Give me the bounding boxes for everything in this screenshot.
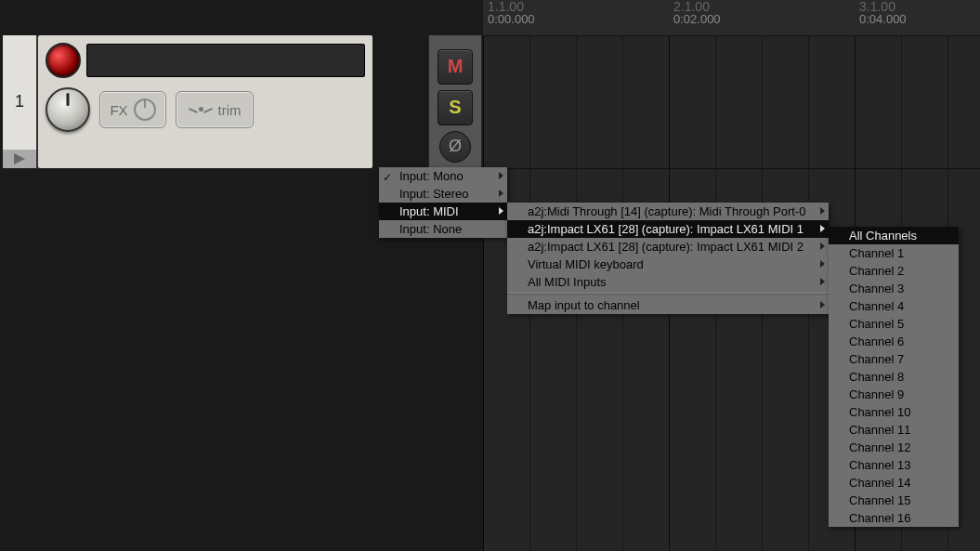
midi-port-item[interactable]: Map input to channel xyxy=(507,296,829,314)
menu-item-label: Input: MIDI xyxy=(399,203,459,220)
track-body: FX trim xyxy=(38,35,372,168)
menu-item-label: Input: None xyxy=(399,221,462,238)
submenu-arrow-icon xyxy=(499,190,503,197)
menu-item-label: All Channels xyxy=(849,228,917,244)
submenu-arrow-icon xyxy=(820,225,825,232)
midi-channel-item[interactable]: Channel 13 xyxy=(829,456,959,474)
trim-label: trim xyxy=(218,102,242,118)
midi-channel-item[interactable]: Channel 2 xyxy=(829,262,959,280)
menu-item-label: Channel 13 xyxy=(849,457,911,474)
track-flag[interactable] xyxy=(3,150,36,168)
input-type-item[interactable]: Input: Stereo xyxy=(379,185,507,203)
ruler-mark: 3.1.000:04.000 xyxy=(859,0,907,35)
midi-channel-item[interactable]: Channel 6 xyxy=(829,333,959,350)
menu-item-label: Channel 10 xyxy=(849,404,911,421)
check-icon: ✓ xyxy=(383,169,392,186)
midi-port-item[interactable]: a2j:Midi Through [14] (capture): Midi Th… xyxy=(507,203,829,220)
menu-item-label: Channel 14 xyxy=(849,475,911,492)
midi-port-item[interactable]: a2j:Impact LX61 [28] (capture): Impact L… xyxy=(507,238,829,256)
menu-item-label: All MIDI Inputs xyxy=(528,274,607,291)
midi-channel-item[interactable]: Channel 7 xyxy=(829,350,959,368)
menu-item-label: Channel 7 xyxy=(849,351,904,368)
menu-item-label: Channel 16 xyxy=(849,510,911,527)
volume-knob[interactable] xyxy=(46,87,90,132)
menu-item-label: Map input to channel xyxy=(528,297,640,314)
solo-button[interactable]: S xyxy=(438,90,473,125)
fx-label: FX xyxy=(110,102,127,118)
menu-item-label: Channel 8 xyxy=(849,369,904,386)
midi-port-item[interactable]: Virtual MIDI keyboard xyxy=(507,256,829,273)
phase-button[interactable]: Ø xyxy=(439,131,471,163)
ruler-mark: 2.1.000:02.000 xyxy=(673,0,721,35)
submenu-arrow-icon xyxy=(499,172,503,179)
mute-label: M xyxy=(448,56,464,77)
midi-channel-item[interactable]: Channel 12 xyxy=(829,439,959,456)
record-arm-button[interactable] xyxy=(46,43,81,78)
midi-channel-item[interactable]: Channel 9 xyxy=(829,386,959,403)
midi-channel-item[interactable]: Channel 14 xyxy=(829,474,959,492)
menu-item-label: Channel 15 xyxy=(849,492,911,509)
menu-separator xyxy=(507,293,829,295)
trim-button[interactable]: trim xyxy=(176,91,254,128)
mute-solo-column: M S Ø xyxy=(428,35,482,172)
menu-item-label: Channel 9 xyxy=(849,387,904,403)
midi-channel-item[interactable]: Channel 4 xyxy=(829,297,959,315)
menu-item-label: Channel 4 xyxy=(849,298,904,315)
submenu-arrow-icon xyxy=(820,207,825,215)
menu-item-label: a2j:Impact LX61 [28] (capture): Impact L… xyxy=(528,239,804,256)
flag-icon xyxy=(14,153,25,164)
menu-item-label: Channel 12 xyxy=(849,439,911,456)
submenu-arrow-icon xyxy=(820,243,825,250)
midi-port-item[interactable]: a2j:Impact LX61 [28] (capture): Impact L… xyxy=(507,220,829,238)
midi-channel-item[interactable]: Channel 3 xyxy=(829,280,959,297)
menu-item-label: Input: Mono xyxy=(399,168,464,185)
midi-channel-item[interactable]: Channel 1 xyxy=(829,244,959,262)
mute-button[interactable]: M xyxy=(438,49,473,85)
power-icon xyxy=(134,98,156,121)
fx-button[interactable]: FX xyxy=(99,91,166,128)
phase-label: Ø xyxy=(449,137,462,156)
midi-port-menu[interactable]: a2j:Midi Through [14] (capture): Midi Th… xyxy=(507,203,829,314)
submenu-arrow-icon xyxy=(820,260,825,268)
midi-channel-item[interactable]: Channel 10 xyxy=(829,403,959,421)
midi-channel-item[interactable]: Channel 8 xyxy=(829,368,959,386)
menu-item-label: a2j:Midi Through [14] (capture): Midi Th… xyxy=(528,203,805,220)
midi-channel-item[interactable]: Channel 5 xyxy=(829,315,959,333)
midi-channel-item[interactable]: Channel 16 xyxy=(829,509,959,527)
input-type-item[interactable]: ✓Input: Mono xyxy=(379,167,507,185)
menu-item-label: Channel 5 xyxy=(849,316,904,333)
submenu-arrow-icon xyxy=(820,301,825,308)
menu-item-label: Channel 1 xyxy=(849,245,904,262)
ruler-mark: 1.1.000:00.000 xyxy=(488,0,535,35)
timeline-ruler[interactable]: 1.1.000:00.0002.1.000:02.0003.1.000:04.0… xyxy=(483,0,980,36)
menu-item-label: Virtual MIDI keyboard xyxy=(528,256,644,273)
menu-item-label: Channel 11 xyxy=(849,422,911,439)
submenu-arrow-icon xyxy=(820,278,825,285)
track-name-field[interactable] xyxy=(86,44,365,77)
track-number-label: 1 xyxy=(15,92,24,112)
track-header: 1 FX trim M S Ø xyxy=(3,35,481,168)
submenu-arrow-icon xyxy=(499,207,503,215)
trim-icon xyxy=(189,104,213,115)
input-type-item[interactable]: Input: MIDI xyxy=(379,203,507,220)
midi-port-item[interactable]: All MIDI Inputs xyxy=(507,273,829,291)
input-type-menu[interactable]: ✓Input: MonoInput: StereoInput: MIDIInpu… xyxy=(379,167,507,238)
midi-channel-item[interactable]: Channel 11 xyxy=(829,421,959,439)
input-type-item[interactable]: Input: None xyxy=(379,220,507,238)
menu-item-label: Channel 2 xyxy=(849,263,904,280)
solo-label: S xyxy=(449,97,461,118)
menu-item-label: Input: Stereo xyxy=(399,186,468,203)
menu-item-label: a2j:Impact LX61 [28] (capture): Impact L… xyxy=(528,221,804,238)
menu-item-label: Channel 3 xyxy=(849,281,904,297)
midi-channel-item[interactable]: All Channels xyxy=(829,227,959,244)
menu-item-label: Channel 6 xyxy=(849,334,904,350)
midi-channel-item[interactable]: Channel 15 xyxy=(829,492,959,509)
track-number[interactable]: 1 xyxy=(3,35,38,168)
midi-channel-menu[interactable]: All ChannelsChannel 1Channel 2Channel 3C… xyxy=(829,227,959,527)
